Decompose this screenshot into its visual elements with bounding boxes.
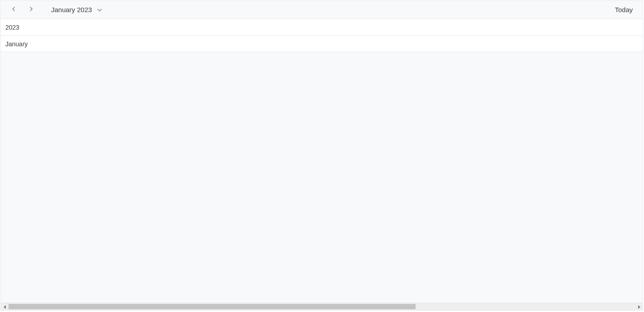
next-period-button[interactable] [24, 3, 38, 17]
month-label: January [5, 40, 28, 48]
svg-marker-1 [638, 305, 640, 309]
chevron-down-icon [96, 7, 103, 13]
chevron-left-icon [11, 6, 17, 13]
horizontal-scrollbar[interactable] [1, 303, 643, 310]
period-picker-dropdown[interactable]: January 2023 [48, 4, 105, 15]
today-button[interactable]: Today [609, 3, 639, 16]
toolbar: January 2023 Today [1, 1, 643, 19]
gantt-timeline-view: January 2023 Today 2023 January [0, 0, 643, 311]
scroll-thumb[interactable] [9, 304, 416, 309]
timeline-month-header[interactable]: January [1, 36, 643, 52]
timeline-year-header[interactable]: 2023 [1, 19, 643, 36]
scroll-track[interactable] [9, 303, 635, 310]
scroll-right-button[interactable] [635, 303, 643, 310]
today-button-label: Today [615, 6, 633, 13]
triangle-left-icon [3, 303, 7, 310]
triangle-right-icon [637, 303, 641, 310]
scroll-left-button[interactable] [1, 303, 9, 310]
timeline-content-area[interactable] [1, 52, 643, 310]
svg-marker-0 [4, 305, 6, 309]
previous-period-button[interactable] [7, 3, 21, 17]
chevron-right-icon [28, 6, 34, 13]
year-label: 2023 [5, 24, 19, 31]
current-period-label: January 2023 [51, 6, 92, 13]
